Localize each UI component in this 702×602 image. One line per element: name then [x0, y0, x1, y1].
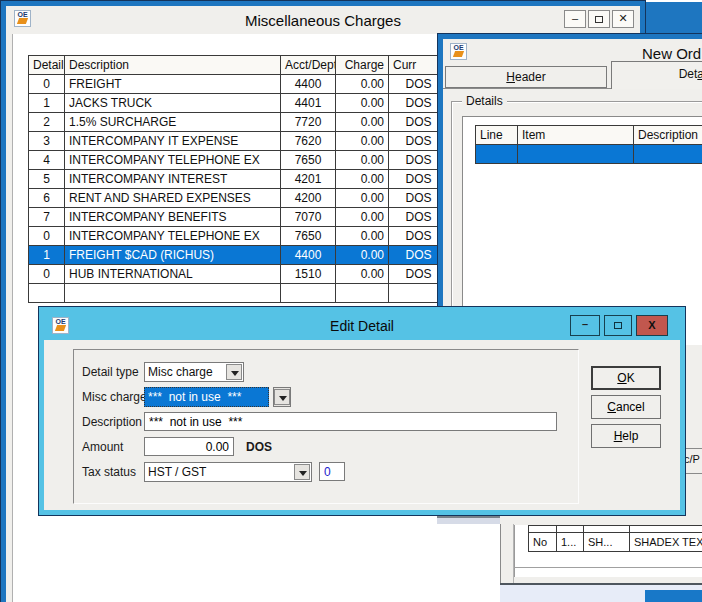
tax-code-field[interactable] — [319, 462, 345, 481]
tax-status-dropdown[interactable]: HST / GST — [144, 462, 312, 482]
table-row[interactable]: 7 INTERCOMPANY BENEFITS 7070 0.00 DOS — [29, 208, 449, 227]
selected-empty-row[interactable] — [476, 145, 702, 164]
table-row[interactable]: 0 FREIGHT 4400 0.00 DOS — [29, 75, 449, 94]
maximize-icon — [595, 16, 603, 23]
cell-flag: No — [529, 533, 557, 552]
col-header-desc[interactable]: Description — [634, 126, 702, 145]
taskbar-corner[interactable] — [645, 590, 702, 602]
cell-detail: 2 — [29, 113, 65, 132]
cell-detail: 6 — [29, 189, 65, 208]
col-header-detail[interactable]: Detail — [29, 56, 65, 75]
maximize-icon — [614, 322, 622, 329]
amount-currency-label: DOS — [246, 440, 272, 454]
cell-description: INTERCOMPANY BENEFITS — [65, 208, 281, 227]
cell-description: INTERCOMPANY TELEPHONE EX — [65, 151, 281, 170]
chevron-down-icon[interactable] — [226, 364, 242, 380]
cancel-button[interactable]: Cancel — [591, 395, 661, 419]
cell-detail: 1 — [29, 246, 65, 265]
description-label: Description — [82, 415, 142, 429]
chevron-down-icon[interactable] — [294, 464, 310, 480]
col-header-charge[interactable]: Charge — [336, 56, 389, 75]
misc-charge-value: *** not in use *** — [148, 390, 265, 404]
close-button[interactable]: X — [636, 315, 668, 336]
cell-acct: 1510 — [281, 265, 336, 284]
table-row[interactable]: 4 INTERCOMPANY TELEPHONE EX 7650 0.00 DO… — [29, 151, 449, 170]
table-row[interactable]: 2 1.5% SURCHARGE 7720 0.00 DOS — [29, 113, 449, 132]
misc-charge-label: Misc charge — [82, 390, 147, 404]
table-row[interactable]: No 1... SH... SHADEX TEXTILE... — [529, 533, 702, 552]
misc-window-title: Miscellaneous Charges — [6, 12, 640, 29]
edit-detail-dialog: OE Edit Detail – X Detail type Misc char… — [38, 306, 686, 516]
table-row[interactable]: 1 FREIGHT $CAD (RICHUS) 4400 0.00 DOS — [29, 246, 449, 265]
cell-charge: 0.00 — [336, 265, 389, 284]
cell-charge: 0.00 — [336, 151, 389, 170]
cell-description: SHADEX TEXTILE... — [630, 533, 702, 552]
help-button[interactable]: Help — [591, 424, 661, 448]
col-header-acct[interactable]: Acct/Dept — [281, 56, 336, 75]
cell-acct: 4200 — [281, 189, 336, 208]
cell-detail: 0 — [29, 75, 65, 94]
cell-description: HUB INTERNATIONAL — [65, 265, 281, 284]
description-field[interactable] — [144, 412, 557, 431]
chevron-down-icon[interactable] — [274, 389, 290, 405]
empty-table-row[interactable] — [29, 284, 449, 303]
cell-acct: 7620 — [281, 132, 336, 151]
cell-description: 1.5% SURCHARGE — [65, 113, 281, 132]
misc-left-strip — [6, 34, 13, 602]
partial-button-label[interactable]: c/P — [684, 453, 700, 465]
col-header-description[interactable]: Description — [65, 56, 281, 75]
cell-description: INTERCOMPANY IT EXPENSE — [65, 132, 281, 151]
minimize-icon: – — [582, 318, 588, 330]
cell-charge: 0.00 — [336, 189, 389, 208]
app-icon: OE — [450, 43, 467, 60]
cell-detail: 1 — [29, 94, 65, 113]
cell-description: RENT AND SHARED EXPENSES — [65, 189, 281, 208]
clipped-row[interactable] — [529, 526, 702, 533]
misc-charge-dropdown[interactable]: *** not in use *** — [144, 387, 269, 407]
edit-detail-form-panel: Detail type Misc charge Misc charge *** … — [73, 349, 579, 504]
cell-acct: 4401 — [281, 94, 336, 113]
amount-field[interactable] — [144, 437, 234, 456]
table-row[interactable]: 0 INTERCOMPANY TELEPHONE EX 7650 0.00 DO… — [29, 227, 449, 246]
cell-description: FREIGHT — [65, 75, 281, 94]
details-header-row: Line Item Description — [476, 126, 702, 145]
cell-charge: 0.00 — [336, 113, 389, 132]
misc-charges-titlebar[interactable]: OE Miscellaneous Charges – ✕ — [6, 6, 640, 34]
detail-type-dropdown[interactable]: Misc charge — [144, 362, 244, 382]
maximize-button[interactable] — [588, 10, 610, 28]
close-icon: X — [648, 319, 655, 331]
table-row[interactable]: 1 JACKS TRUCK 4401 0.00 DOS — [29, 94, 449, 113]
col-header-line[interactable]: Line — [476, 126, 518, 145]
close-button[interactable]: ✕ — [612, 10, 634, 28]
misc-charge-dropdown-button[interactable] — [273, 387, 291, 407]
cell-detail: 3 — [29, 132, 65, 151]
maximize-button[interactable] — [604, 315, 632, 336]
minimize-button[interactable]: – — [564, 10, 586, 28]
tab-details[interactable]: Details — [611, 61, 702, 89]
col-header-item[interactable]: Item — [518, 126, 634, 145]
tab-header[interactable]: Header — [445, 66, 607, 88]
table-row[interactable]: 5 INTERCOMPANY INTEREST 4201 0.00 DOS — [29, 170, 449, 189]
ok-button[interactable]: OK — [591, 366, 661, 390]
minimize-icon: – — [572, 12, 578, 24]
cell-acct: 4400 — [281, 75, 336, 94]
cell-charge: 0.00 — [336, 94, 389, 113]
table-row[interactable]: 3 INTERCOMPANY IT EXPENSE 7620 0.00 DOS — [29, 132, 449, 151]
detail-type-label: Detail type — [82, 365, 139, 379]
cell-charge: 0.00 — [336, 227, 389, 246]
cell-acct: 7070 — [281, 208, 336, 227]
amount-label: Amount — [82, 440, 123, 454]
table-row[interactable]: 0 HUB INTERNATIONAL 1510 0.00 DOS — [29, 265, 449, 284]
minimize-button[interactable]: – — [570, 315, 600, 336]
cell-detail: 0 — [29, 265, 65, 284]
edit-detail-titlebar[interactable]: OE Edit Detail – X — [44, 312, 680, 340]
tax-status-label: Tax status — [82, 465, 136, 479]
table-row[interactable]: 6 RENT AND SHARED EXPENSES 4200 0.00 DOS — [29, 189, 449, 208]
cell-detail: 4 — [29, 151, 65, 170]
cell-description: FREIGHT $CAD (RICHUS) — [65, 246, 281, 265]
cell-charge: 0.00 — [336, 208, 389, 227]
cell-detail: 5 — [29, 170, 65, 189]
cell-description: INTERCOMPANY TELEPHONE EX — [65, 227, 281, 246]
cell-acct: 7650 — [281, 227, 336, 246]
cell-line: 1... — [557, 533, 584, 552]
